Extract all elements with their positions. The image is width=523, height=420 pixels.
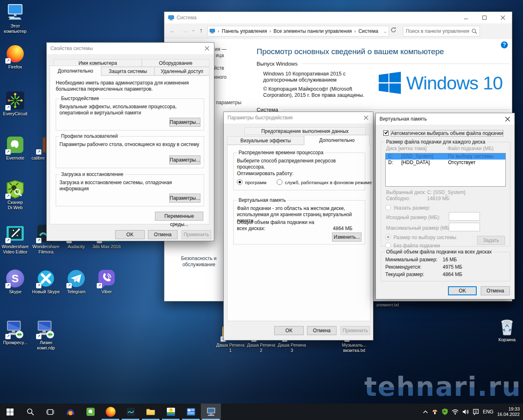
sidebar-link-fragment[interactable]: йств (214, 65, 224, 71)
drive-row[interactable]: D:[HDD_DATA]Отсутствует (386, 160, 505, 166)
drive-row-selected[interactable]: C:[SSD_System]По выбору системы (386, 153, 505, 160)
desktop-icon-everycircuit[interactable]: EveryCircuit (0, 91, 30, 116)
drive-list[interactable]: C:[SSD_System]По выбору системы D:[HDD_D… (385, 153, 506, 187)
desktop-icon-this-pc[interactable]: Этот компьютер (0, 3, 30, 34)
task-view-button[interactable] (40, 404, 60, 420)
search-box[interactable] (403, 26, 480, 37)
cancel-button[interactable]: Отмена (307, 326, 337, 335)
dialog-titlebar[interactable]: Свойства системы (47, 43, 214, 54)
up-icon[interactable]: ↑ (200, 27, 203, 34)
sidebar-link-fragment[interactable]: нного (214, 74, 227, 80)
radio-services-label[interactable]: служб, работающих в фоновом режиме (285, 180, 372, 185)
apply-button[interactable]: Применить (341, 326, 370, 335)
desktop-icon-evernote[interactable]: Evernote (0, 135, 30, 161)
performance-settings-button[interactable]: Параметры... (169, 118, 200, 127)
refresh-icon[interactable] (391, 27, 396, 34)
startup-settings-button[interactable]: Параметры... (169, 194, 200, 203)
taskbar-filmora[interactable] (121, 404, 141, 420)
initial-size-input[interactable] (449, 212, 480, 221)
change-button[interactable]: Изменить... (332, 233, 362, 242)
language-indicator[interactable]: ENG (483, 409, 493, 415)
ok-button[interactable]: OK (448, 286, 477, 295)
max-size-input[interactable] (449, 223, 480, 231)
radio-programs[interactable] (237, 179, 243, 185)
taskbar-audacity[interactable] (60, 404, 80, 420)
sidebar-link-fragment[interactable]: е параметры (212, 100, 241, 105)
taskbar-firefox[interactable] (100, 404, 121, 420)
action-center-icon[interactable] (473, 409, 479, 415)
desktop-icon-telegram[interactable]: Telegram (61, 269, 91, 294)
cancel-button[interactable]: Отмена (481, 286, 510, 295)
volume-icon[interactable] (462, 409, 469, 415)
search-input[interactable] (403, 28, 472, 34)
sidebar-link-fragment[interactable]: ица (216, 52, 224, 58)
dialog-titlebar[interactable]: Параметры быстродействия (224, 112, 373, 123)
sidebar-link-fragment[interactable]: ия — (215, 46, 227, 52)
tray-app-icon[interactable] (432, 409, 438, 415)
desktop-icon-new-skype[interactable]: Новый Skype (31, 269, 61, 294)
radio-custom-size[interactable] (385, 205, 391, 210)
system-window-titlebar[interactable]: Система (164, 12, 512, 23)
radio-system-managed-label[interactable]: Размер по выбору системы (393, 235, 456, 240)
taskbar-evernote[interactable] (80, 404, 100, 420)
breadcrumb[interactable]: › Панель управления › Все элементы панел… (207, 26, 389, 37)
close-icon[interactable] (500, 113, 514, 125)
taskbar-system-window[interactable] (201, 404, 221, 420)
back-icon[interactable]: ← (169, 27, 175, 34)
taskbar-acdsee[interactable] (161, 404, 181, 420)
taskbar-file-explorer[interactable] (141, 404, 161, 420)
maximize-button[interactable] (475, 12, 493, 23)
tab-remote[interactable]: Удаленный доступ (155, 67, 209, 75)
radio-no-pagefile-label[interactable]: Без файла подкачки (393, 243, 440, 249)
security-maintenance-link[interactable]: Безопасность и обслуживание (172, 256, 226, 268)
tab-hardware[interactable]: Оборудование (142, 59, 209, 67)
taskbar-clock[interactable]: 19:33 16.04.2022 (497, 406, 520, 417)
start-button[interactable] (0, 404, 20, 420)
tab-visual-effects[interactable]: Визуальные эффекты (227, 136, 304, 145)
tab-advanced[interactable]: Дополнительно (50, 66, 101, 76)
desktop-icon-firefox[interactable]: Firefox (0, 44, 30, 70)
taskbar-control-panel-app[interactable] (181, 404, 201, 420)
desktop-icon-viber[interactable]: Viber (92, 269, 121, 294)
environment-variables-button[interactable]: Переменные среды... (155, 212, 203, 221)
auto-manage-checkbox[interactable] (383, 130, 389, 136)
close-icon[interactable] (359, 112, 373, 123)
breadcrumb-system[interactable]: Система (358, 28, 378, 34)
breadcrumb-dropdown-icon[interactable]: ⌄ (384, 29, 387, 34)
cancel-button[interactable]: Отмена (148, 230, 177, 239)
desktop-icon-lizin-rdp[interactable]: Лизин комп.rdp (31, 320, 61, 351)
ok-button[interactable]: OK (115, 230, 145, 239)
search-icon[interactable] (472, 29, 477, 34)
radio-background-services[interactable] (277, 179, 282, 185)
nav-dropdown-icon[interactable]: ⌄ (191, 27, 195, 32)
drweb-tray-icon[interactable] (442, 409, 448, 415)
desktop-icon-promresu-rdp[interactable]: Промресу... (0, 320, 30, 345)
desktop-icon-skype[interactable]: S Skype (0, 269, 30, 294)
tab-system-protection[interactable]: Защита системы (101, 67, 155, 75)
close-button[interactable] (493, 12, 512, 23)
radio-custom-size-label[interactable]: Указать размер: (393, 205, 430, 211)
auto-manage-label[interactable]: Автоматически выбирать объем файла подка… (391, 130, 503, 136)
set-button[interactable]: Задать (477, 236, 505, 245)
apply-button[interactable]: Применить (182, 230, 211, 239)
radio-programs-label[interactable]: программ (245, 180, 266, 185)
desktop-icon-recycle-bin[interactable]: Корзина (492, 317, 522, 342)
ok-button[interactable]: OK (274, 326, 304, 335)
breadcrumb-control-panel[interactable]: Панель управления (222, 28, 267, 34)
minimize-button[interactable] (457, 12, 475, 23)
help-icon[interactable]: ? (501, 41, 508, 48)
desktop-icon-wondershare-video-editor[interactable]: Wondershare Video Editor (0, 224, 30, 255)
dialog-titlebar[interactable]: Виртуальная память (376, 113, 514, 125)
forward-icon[interactable]: → (182, 27, 188, 34)
close-icon[interactable] (200, 43, 214, 54)
tab-dep[interactable]: Предотвращение выполнения данных (244, 127, 366, 135)
radio-system-managed[interactable] (385, 234, 391, 240)
wifi-icon[interactable] (452, 409, 459, 415)
radio-no-pagefile[interactable] (385, 242, 391, 248)
profiles-settings-button[interactable]: Параметры... (169, 155, 200, 164)
taskbar-search-button[interactable] (20, 404, 40, 420)
desktop-icon-drweb-scanner[interactable]: Сканер Dr.Web (0, 180, 30, 210)
tray-chevron-icon[interactable] (423, 410, 428, 413)
breadcrumb-all-items[interactable]: Все элементы панели управления (273, 28, 352, 34)
tab-advanced[interactable]: Дополнительно (304, 135, 370, 145)
